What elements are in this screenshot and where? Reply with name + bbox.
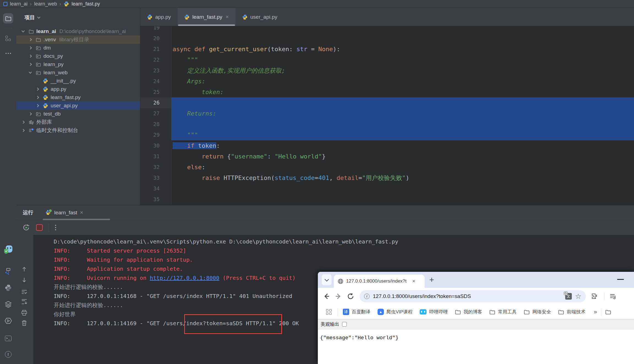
editor-tab-app.py[interactable]: app.py — [140, 8, 177, 26]
tree-item-docs_py[interactable]: docs_py — [16, 52, 140, 60]
bookmark-爬虫VIP课程[interactable]: ▲爬虫VIP课程 — [378, 309, 412, 315]
tree-item-临时文件和控制台[interactable]: 临时文件和控制台 — [16, 126, 140, 135]
translate-icon[interactable]: 文 — [565, 293, 572, 300]
more-tools-button[interactable] — [3, 48, 13, 58]
breadcrumb-file[interactable]: learn_fast.py — [72, 1, 100, 7]
code-line[interactable]: 23 定义注入函数,实现用户的信息获取; — [140, 65, 634, 76]
tree-item-.venv[interactable]: .venvlibrary根目录 — [16, 35, 140, 44]
bookmark-网络安全[interactable]: 网络安全 — [524, 309, 551, 315]
chevron-right-icon[interactable] — [36, 87, 39, 91]
code-line[interactable]: 19 — [140, 26, 634, 33]
browser-tab[interactable]: 127.0.0.1:8000/users/index?t × — [334, 275, 425, 288]
editor-tab-learn_fast.py[interactable]: learn_fast.py× — [177, 8, 235, 26]
url-text[interactable]: 127.0.0.1:8000/users/index?token=saSDS — [373, 293, 562, 299]
back-button[interactable] — [323, 293, 330, 300]
tab-search-button[interactable] — [322, 274, 332, 285]
tree-item-learn_py[interactable]: learn_py — [16, 60, 140, 69]
close-icon[interactable]: × — [80, 209, 83, 216]
code-line[interactable]: 33 raise HTTPException(status_code=401, … — [140, 173, 634, 183]
bookmarks-overflow-button[interactable]: » — [594, 308, 597, 316]
chevron-down-icon[interactable] — [29, 70, 32, 73]
chevron-right-icon[interactable] — [21, 121, 24, 124]
tree-item-app.py[interactable]: app.py — [16, 85, 140, 93]
code-line[interactable]: 30 if token: — [140, 140, 634, 151]
tree-item-test_db[interactable]: test_db — [16, 110, 140, 118]
extensions-icon[interactable] — [591, 293, 598, 300]
breadcrumb-folder[interactable]: learn_web — [34, 1, 57, 7]
chevron-right-icon[interactable] — [29, 38, 32, 41]
close-icon[interactable]: × — [226, 14, 229, 20]
code-line[interactable]: 22 """ — [140, 54, 634, 65]
chevron-down-icon[interactable] — [21, 29, 24, 32]
code-line[interactable]: 26 — [140, 97, 634, 108]
close-icon[interactable]: × — [412, 278, 415, 284]
console-options-button[interactable] — [55, 225, 56, 230]
tree-item-user_api.py[interactable]: user_api.py — [16, 102, 140, 110]
chevron-right-icon[interactable] — [29, 112, 32, 115]
tree-item-__init__.py[interactable]: __init__.py — [16, 77, 140, 85]
minimize-button[interactable] — [617, 279, 624, 280]
tree-item-learn_ai[interactable]: learn_aiD:\code\pythoncode\learn_ai — [16, 27, 140, 35]
code-line[interactable]: 24 Args: — [140, 76, 634, 87]
reload-button[interactable] — [347, 293, 354, 300]
chevron-right-icon[interactable] — [36, 104, 39, 107]
chevron-right-icon[interactable] — [29, 63, 32, 66]
forward-button[interactable] — [335, 293, 342, 300]
console-link[interactable]: http://127.0.0.1:8000 — [150, 275, 219, 281]
address-bar[interactable]: i 127.0.0.1:8000/users/index?token=saSDS… — [360, 290, 586, 302]
tree-item-dm[interactable]: dm — [16, 44, 140, 52]
breadcrumb-project[interactable]: learn_ai — [10, 1, 28, 7]
services-tool-button[interactable] — [3, 266, 13, 276]
editor-tab-user_api.py[interactable]: user_api.py — [236, 8, 284, 26]
tree-item-learn_web[interactable]: learn_web — [16, 69, 140, 77]
site-info-icon[interactable]: i — [364, 294, 370, 299]
bookmark-常用工具[interactable]: 常用工具 — [489, 309, 517, 315]
run-tool-button[interactable] — [3, 316, 13, 326]
pretty-print-checkbox[interactable] — [342, 322, 347, 327]
tree-item-learn_fast.py[interactable]: learn_fast.py — [16, 93, 140, 102]
python-console-button[interactable] — [3, 283, 13, 293]
folder-icon[interactable] — [605, 309, 611, 315]
chevron-right-icon[interactable] — [29, 46, 32, 49]
bookmark-star-icon[interactable]: ☆ — [575, 292, 581, 301]
code-line[interactable]: 28 — [140, 119, 634, 130]
code-area[interactable]: 192021async def get_current_user(token: … — [140, 26, 634, 205]
python-packages-button[interactable] — [3, 299, 13, 309]
down-stacktrace-button[interactable] — [20, 276, 28, 284]
media-playlist-icon[interactable] — [609, 293, 616, 300]
up-stacktrace-button[interactable] — [20, 265, 28, 273]
stop-button[interactable] — [36, 224, 43, 231]
rerun-button[interactable] — [22, 224, 30, 231]
editor-tab-label: user_api.py — [250, 14, 277, 20]
code-line[interactable]: 32 else: — [140, 162, 634, 173]
soft-wrap-button[interactable] — [20, 288, 28, 296]
project-panel-header[interactable]: 项目 — [16, 8, 140, 27]
code-line[interactable]: 20 — [140, 33, 634, 44]
bookmark-百度翻译[interactable]: 译百度翻译 — [343, 309, 370, 315]
code-line[interactable]: 27 Returns: — [140, 108, 634, 119]
bookmark-我的博客[interactable]: 我的博客 — [455, 309, 482, 315]
bookmark-哔哩哔哩[interactable]: 哔哩哔哩 — [420, 309, 448, 315]
structure-tool-button[interactable] — [3, 33, 13, 43]
bookmark-前端技术[interactable]: 前端技术 — [558, 309, 585, 315]
new-tab-button[interactable]: + — [429, 275, 434, 284]
run-tab[interactable]: learn_fast × — [45, 205, 83, 220]
tree-item-外部库[interactable]: 外部库 — [16, 118, 140, 126]
chevron-right-icon[interactable] — [21, 129, 24, 132]
code-line[interactable]: 25 token: — [140, 87, 634, 97]
scroll-to-end-button[interactable] — [20, 297, 28, 306]
apps-grid-icon[interactable] — [326, 309, 332, 315]
code-line[interactable]: 21async def get_current_user(token: str … — [140, 44, 634, 54]
project-tool-button[interactable] — [3, 13, 13, 23]
code-line[interactable]: 35 — [140, 194, 634, 205]
chevron-right-icon[interactable] — [36, 96, 39, 99]
clear-console-button[interactable] — [20, 319, 28, 327]
terminal-tool-button[interactable]: >_ — [3, 333, 13, 343]
code-line[interactable]: 34 — [140, 183, 634, 194]
problems-tool-button[interactable]: ! — [3, 349, 13, 359]
code-line[interactable]: 29 """ — [140, 130, 634, 140]
print-button[interactable] — [20, 309, 28, 317]
chevron-right-icon[interactable] — [29, 54, 32, 58]
assistant-plugin-button[interactable] — [3, 244, 13, 254]
code-line[interactable]: 31 return {"username": "Hello world"} — [140, 151, 634, 162]
